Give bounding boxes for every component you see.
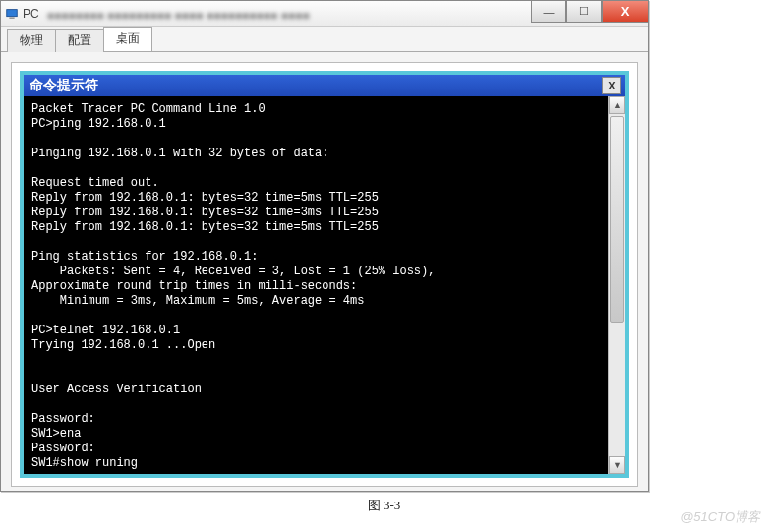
close-icon: X <box>621 4 630 19</box>
scroll-up-button[interactable]: ▲ <box>609 96 625 114</box>
command-prompt-frame: 命令提示符 X Packet Tracer PC Command Line 1.… <box>20 71 629 478</box>
command-prompt-close-button[interactable]: X <box>602 77 621 94</box>
svg-rect-0 <box>7 9 18 16</box>
terminal-scrollbar[interactable]: ▲ ▼ <box>608 96 625 474</box>
minimize-button[interactable]: — <box>531 0 566 23</box>
window-controls: — ☐ X <box>531 0 649 23</box>
watermark: @51CTO博客 <box>680 508 760 526</box>
figure-caption: 图 3-3 <box>0 497 768 514</box>
minimize-icon: — <box>544 6 555 18</box>
tab-config[interactable]: 配置 <box>55 29 104 52</box>
terminal-output[interactable]: Packet Tracer PC Command Line 1.0 PC>pin… <box>24 96 608 474</box>
command-prompt-titlebar[interactable]: 命令提示符 X <box>24 75 625 96</box>
chevron-up-icon: ▲ <box>613 100 621 110</box>
desktop-pane: 命令提示符 X Packet Tracer PC Command Line 1.… <box>11 62 638 487</box>
scroll-thumb[interactable] <box>610 116 624 323</box>
scroll-down-button[interactable]: ▼ <box>609 456 625 474</box>
pc-window: PC ■■■■■■■■ ■■■■■■■■■ ■■■■ ■■■■■■■■■■ ■■… <box>0 0 649 492</box>
maximize-button[interactable]: ☐ <box>566 0 602 23</box>
chevron-down-icon: ▼ <box>613 460 621 470</box>
close-button[interactable]: X <box>602 0 649 23</box>
tab-desktop[interactable]: 桌面 <box>103 27 152 51</box>
scroll-track[interactable] <box>609 114 625 456</box>
app-icon <box>5 7 19 21</box>
window-title: PC <box>23 7 39 21</box>
tab-physical[interactable]: 物理 <box>7 29 56 52</box>
maximize-icon: ☐ <box>579 5 589 18</box>
tab-strip: 物理 配置 桌面 <box>1 27 648 52</box>
svg-rect-1 <box>9 17 14 18</box>
command-prompt-title: 命令提示符 <box>30 77 98 94</box>
